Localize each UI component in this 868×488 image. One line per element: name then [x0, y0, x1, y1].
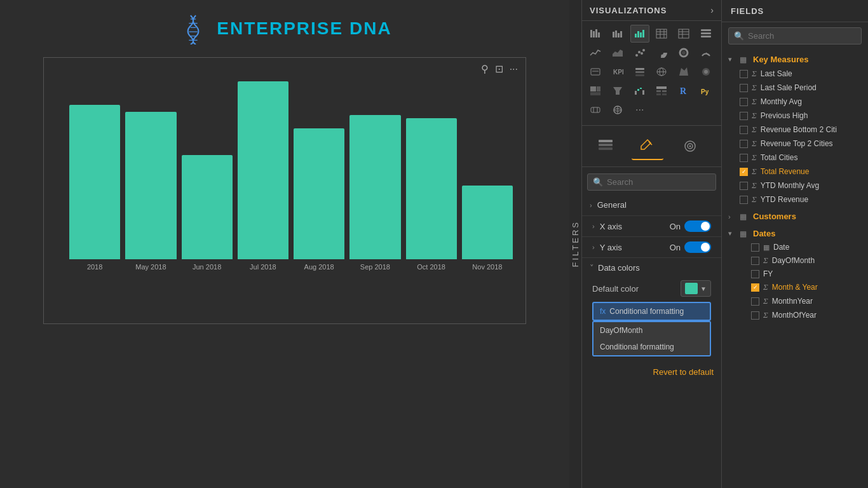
field-ytd-monthly-avg[interactable]: Σ YTD Monthly Avg — [722, 179, 868, 193]
viz-icon-custom1[interactable] — [586, 101, 605, 119]
field-revenue-bottom[interactable]: Σ Revenue Bottom 2 Citi — [722, 123, 868, 137]
cf-dropdown-item-cf[interactable]: Conditional formatting — [593, 339, 710, 355]
viz-icon-card[interactable] — [586, 63, 605, 81]
field-total-cities[interactable]: Σ Total Cities — [722, 151, 868, 165]
chart-bar[interactable] — [69, 105, 120, 259]
field-monthly-avg[interactable]: Σ Monthly Avg — [722, 95, 868, 109]
viz-icon-shape-map[interactable] — [696, 63, 715, 81]
field-last-sale[interactable]: Σ Last Sale — [722, 67, 868, 81]
field-total-revenue[interactable]: Σ Total Revenue — [722, 165, 868, 179]
field-month-year-checkbox[interactable] — [751, 283, 759, 292]
chart-bar[interactable] — [406, 118, 457, 259]
key-measures-header[interactable]: ▾ ▦ Key Measures — [722, 52, 868, 67]
field-revenue-bottom-checkbox[interactable] — [740, 126, 748, 134]
viz-icon-clustered-bar[interactable] — [608, 25, 627, 43]
chart-bar[interactable] — [349, 115, 400, 259]
brand-name: ENTERPRISE DNA — [217, 18, 391, 39]
viz-icon-multi-row[interactable] — [696, 25, 715, 43]
viz-icon-table2[interactable] — [652, 82, 671, 100]
viz-icon-scatter[interactable] — [630, 44, 649, 62]
viz-icon-more[interactable]: ··· — [630, 101, 649, 119]
viz-icon-table[interactable] — [652, 25, 671, 43]
chart-bar[interactable] — [125, 112, 176, 259]
viz-icon-globe[interactable] — [608, 101, 627, 119]
bar-label: Aug 2018 — [304, 263, 334, 271]
y-axis-toggle[interactable] — [684, 241, 711, 253]
viz-search-box[interactable]: 🔍 — [587, 173, 716, 191]
field-last-sale-period-checkbox[interactable] — [740, 84, 748, 92]
field-revenue-top[interactable]: Σ Revenue Top 2 Cities — [722, 137, 868, 151]
field-monthn-year[interactable]: Σ MonthnYear — [722, 294, 868, 308]
viz-icon-funnel[interactable] — [608, 82, 627, 100]
chart-bar[interactable] — [294, 128, 344, 259]
data-colors-header[interactable]: ˅ Data colors — [590, 263, 714, 273]
y-axis-header[interactable]: › Y axis — [592, 243, 622, 252]
field-ytd-monthly-avg-checkbox[interactable] — [740, 182, 748, 190]
conditional-formatting-button[interactable]: fx Conditional formatting — [592, 302, 711, 321]
field-date[interactable]: ▦ Date — [722, 241, 868, 254]
viz-icon-python[interactable]: Py — [696, 82, 715, 100]
more-options-icon[interactable]: ··· — [510, 64, 518, 75]
viz-icon-matrix[interactable] — [674, 25, 693, 43]
customers-header[interactable]: › ▦ Customers — [722, 209, 868, 224]
field-revenue-top-checkbox[interactable] — [740, 140, 748, 148]
field-monthly-avg-checkbox[interactable] — [740, 98, 748, 106]
cf-dropdown-item-dayofmonth[interactable]: DayOfMonth — [593, 322, 710, 339]
data-colors-section: ˅ Data colors Default color ▼ fx Conditi… — [582, 258, 721, 362]
viz-icon-kpi[interactable]: KPI — [608, 63, 627, 81]
svg-rect-7 — [593, 31, 595, 37]
field-last-sale-checkbox[interactable] — [740, 70, 748, 78]
viz-icon-waterfall[interactable] — [630, 82, 649, 100]
revert-button[interactable]: Revert to default — [590, 367, 714, 377]
viz-icon-donut[interactable] — [674, 44, 693, 62]
field-total-cities-checkbox[interactable] — [740, 154, 748, 162]
viz-icon-map[interactable] — [652, 63, 671, 81]
viz-icon-treemap[interactable] — [586, 82, 605, 100]
field-total-revenue-checkbox[interactable] — [740, 168, 748, 176]
viz-icon-slicer[interactable] — [630, 63, 649, 81]
field-dayofmonth[interactable]: Σ DayOfMonth — [722, 254, 868, 268]
field-fy-checkbox[interactable] — [751, 270, 759, 278]
viz-format-tab[interactable] — [632, 132, 663, 160]
fields-search-input[interactable] — [748, 31, 856, 41]
field-fy[interactable]: FY — [722, 268, 868, 280]
field-previous-high[interactable]: Σ Previous High — [722, 109, 868, 123]
x-axis-toggle[interactable] — [684, 220, 711, 232]
viz-icon-r-visual[interactable]: R — [674, 82, 693, 100]
viz-fields-tab[interactable] — [590, 132, 621, 160]
general-section-header[interactable]: › General — [582, 194, 721, 215]
focus-icon[interactable]: ⊡ — [495, 63, 503, 75]
viz-icon-column-chart[interactable] — [630, 25, 649, 43]
viz-icon-stacked-bar[interactable] — [586, 25, 605, 43]
field-previous-high-checkbox[interactable] — [740, 112, 748, 120]
field-month-year[interactable]: Σ Month & Year — [722, 280, 868, 294]
chart-bar[interactable] — [238, 81, 288, 259]
field-dayofmonth-checkbox[interactable] — [751, 257, 759, 265]
svg-rect-23 — [679, 29, 689, 38]
viz-icon-area[interactable] — [608, 44, 627, 62]
chart-bar[interactable] — [182, 155, 233, 259]
viz-analytics-tab[interactable] — [674, 132, 706, 160]
filter-icon[interactable]: ⚲ — [481, 63, 489, 75]
viz-icon-gauge[interactable] — [696, 44, 715, 62]
field-date-checkbox[interactable] — [751, 243, 759, 252]
field-month-of-year-checkbox[interactable] — [751, 311, 759, 320]
viz-icon-line[interactable] — [586, 44, 605, 62]
fields-search-box[interactable]: 🔍 — [728, 27, 862, 44]
viz-expand-arrow[interactable]: › — [710, 5, 714, 15]
viz-search-input[interactable] — [607, 177, 714, 187]
field-ytd-revenue[interactable]: Σ YTD Revenue — [722, 193, 868, 207]
chart-bar[interactable] — [462, 186, 513, 259]
viz-icon-filled-map[interactable] — [674, 63, 693, 81]
field-ytd-revenue-checkbox[interactable] — [740, 196, 748, 204]
canvas-area: ENTERPRISE DNA ⚲ ⊡ ··· 2018May 2018Jun 2… — [0, 0, 569, 488]
field-month-of-year[interactable]: Σ MonthOfYear — [722, 308, 868, 322]
color-picker-button[interactable]: ▼ — [681, 280, 711, 297]
field-monthn-year-checkbox[interactable] — [751, 297, 759, 306]
key-measures-label: Key Measures — [753, 55, 808, 64]
viz-icon-pie[interactable] — [652, 44, 671, 62]
x-axis-header[interactable]: › X axis — [592, 222, 622, 231]
field-last-sale-period[interactable]: Σ Last Sale Period — [722, 81, 868, 95]
dates-header[interactable]: ▾ ▦ Dates — [722, 226, 868, 241]
svg-rect-6 — [590, 30, 592, 37]
